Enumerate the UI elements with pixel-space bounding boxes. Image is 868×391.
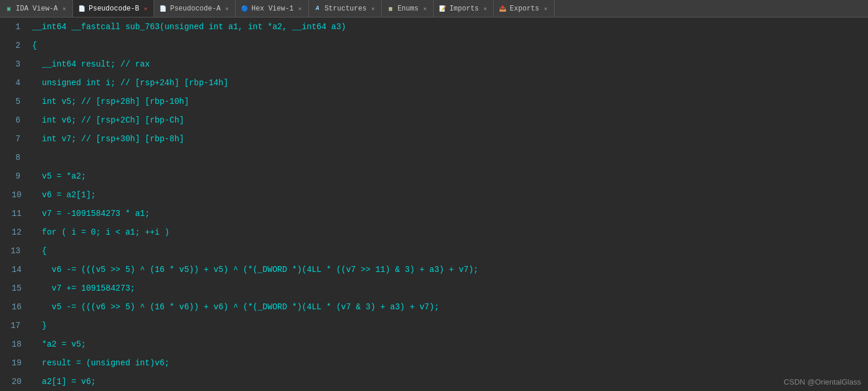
code-line-9[interactable]: 9 v5 = *a2; [0,167,868,186]
code-content-16: v5 -= (((v6 >> 5) ^ (16 * v6)) + v6) ^ (… [26,298,868,316]
tab-imports[interactable]: 📝 Imports ✕ [434,0,494,17]
tab-structures[interactable]: A Structures ✕ [309,0,382,17]
code-line-19[interactable]: 19 result = (unsigned int)v6; [0,354,868,372]
tab-close-ida[interactable]: ✕ [61,5,68,12]
code-line-16[interactable]: 16 v5 -= (((v6 >> 5) ^ (16 * v6)) + v6) … [0,298,868,316]
tab-close-struct[interactable]: ✕ [369,5,377,12]
tab-close-enum[interactable]: ✕ [421,5,428,12]
code-content-18: *a2 = v5; [26,335,868,354]
code-line-6[interactable]: 6 int v6; // [rsp+2Ch] [rbp-Ch] [0,111,868,130]
code-content-15: v7 += 1091584273; [26,279,868,298]
line-number-4: 4 [0,78,26,88]
tab-icon-imports: 📝 [438,5,447,13]
code-line-12[interactable]: 12 for ( i = 0; i < a1; ++i ) [0,223,868,242]
tab-hex-view-1[interactable]: 🔵 Hex View-1 ✕ [236,0,309,17]
code-line-11[interactable]: 11 v7 = -1091584273 * a1; [0,204,868,223]
line-number-10: 10 [0,190,26,200]
code-content-12: for ( i = 0; i < a1; ++i ) [26,223,868,242]
code-line-14[interactable]: 14 v6 -= (((v5 >> 5) ^ (16 * v5)) + v5) … [0,260,868,279]
tab-label-struct: Structures [325,5,367,13]
tab-close-hex[interactable]: ✕ [297,5,304,12]
tab-label-enum: Enums [398,5,419,13]
tab-close-pseudo-b[interactable]: ✕ [142,5,149,12]
code-content-2: { [26,36,868,55]
code-line-1[interactable]: 1 __int64 __fastcall sub_763(unsigned in… [0,18,868,36]
line-number-2: 2 [0,41,26,50]
line-number-7: 7 [0,134,26,144]
tab-icon-enum: ▦ [386,5,395,13]
code-content-19: result = (unsigned int)v6; [26,354,868,372]
line-number-13: 13 [0,246,26,256]
line-number-14: 14 [0,265,26,274]
tab-close-pseudo-a[interactable]: ✕ [224,5,231,12]
line-number-5: 5 [0,97,26,106]
line-number-1: 1 [0,22,26,32]
tab-close-exports[interactable]: ✕ [542,5,549,12]
line-number-19: 19 [0,358,26,368]
code-line-4[interactable]: 4 unsigned int i; // [rsp+24h] [rbp-14h] [0,74,868,92]
tab-exports[interactable]: 📤 Exports ✕ [494,0,554,17]
code-content-14: v6 -= (((v5 >> 5) ^ (16 * v5)) + v5) ^ (… [26,260,868,279]
tab-icon-pseudo-b: 📄 [78,5,86,13]
code-content-13: { [26,242,868,260]
code-area: 1 __int64 __fastcall sub_763(unsigned in… [0,18,868,391]
code-line-15[interactable]: 15 v7 += 1091584273; [0,279,868,298]
code-line-5[interactable]: 5 int v5; // [rsp+28h] [rbp-10h] [0,92,868,111]
code-line-8[interactable]: 8 [0,148,868,167]
line-number-9: 9 [0,172,26,181]
tab-ida-view-a[interactable]: ▣ IDA View-A ✕ [0,0,73,17]
line-number-6: 6 [0,116,26,125]
tab-label-pseudo-b: Pseudocode-B [89,5,139,13]
tab-label-imports: Imports [449,5,479,13]
code-content-17: } [26,316,868,335]
code-line-17[interactable]: 17 } [0,316,868,335]
code-content-20: a2[1] = v6; [26,372,868,391]
line-number-8: 8 [0,153,26,162]
code-line-13[interactable]: 13 { [0,242,868,260]
line-number-20: 20 [0,377,26,386]
line-number-18: 18 [0,340,26,349]
code-line-2[interactable]: 2 { [0,36,868,55]
code-content-9: v5 = *a2; [26,167,868,186]
line-number-11: 11 [0,209,26,218]
tab-label-pseudo-a: Pseudocode-A [170,5,220,13]
code-line-18[interactable]: 18 *a2 = v5; [0,335,868,354]
tab-label-exports: Exports [510,5,539,13]
code-content-7: int v7; // [rsp+30h] [rbp-8h] [26,130,868,148]
code-content-3: __int64 result; // rax [26,55,868,74]
tab-close-imports[interactable]: ✕ [482,5,489,12]
code-content-11: v7 = -1091584273 * a1; [26,204,868,223]
tab-icon-hex: 🔵 [240,5,249,13]
watermark: CSDN @OrientalGlass [784,378,861,386]
line-number-3: 3 [0,60,26,69]
tab-pseudocode-a[interactable]: 📄 Pseudocode-A ✕ [154,0,235,17]
tab-icon-exports: 📤 [499,5,507,13]
code-content-4: unsigned int i; // [rsp+24h] [rbp-14h] [26,74,868,92]
code-line-3[interactable]: 3 __int64 result; // rax [0,55,868,74]
line-number-12: 12 [0,228,26,237]
code-line-7[interactable]: 7 int v7; // [rsp+30h] [rbp-8h] [0,130,868,148]
code-line-20[interactable]: 20 a2[1] = v6; [0,372,868,391]
line-number-16: 16 [0,302,26,312]
code-line-10[interactable]: 10 v6 = a2[1]; [0,186,868,204]
tab-label-hex: Hex View-1 [252,5,294,13]
tab-pseudocode-b[interactable]: 📄 Pseudocode-B ✕ [73,0,154,17]
tab-bar: ▣ IDA View-A ✕ 📄 Pseudocode-B ✕ 📄 Pseudo… [0,0,868,18]
code-content-5: int v5; // [rsp+28h] [rbp-10h] [26,92,868,111]
tab-icon-ida: ▣ [5,5,13,13]
tab-label-ida: IDA View-A [16,5,58,13]
code-content-10: v6 = a2[1]; [26,186,868,204]
line-number-15: 15 [0,284,26,293]
code-content-1: __int64 __fastcall sub_763(unsigned int … [26,18,868,36]
tab-icon-struct: A [313,5,322,13]
tab-enums[interactable]: ▦ Enums ✕ [382,0,434,17]
tab-icon-pseudo-a: 📄 [159,5,167,13]
line-number-17: 17 [0,321,26,330]
code-content-6: int v6; // [rsp+2Ch] [rbp-Ch] [26,111,868,130]
